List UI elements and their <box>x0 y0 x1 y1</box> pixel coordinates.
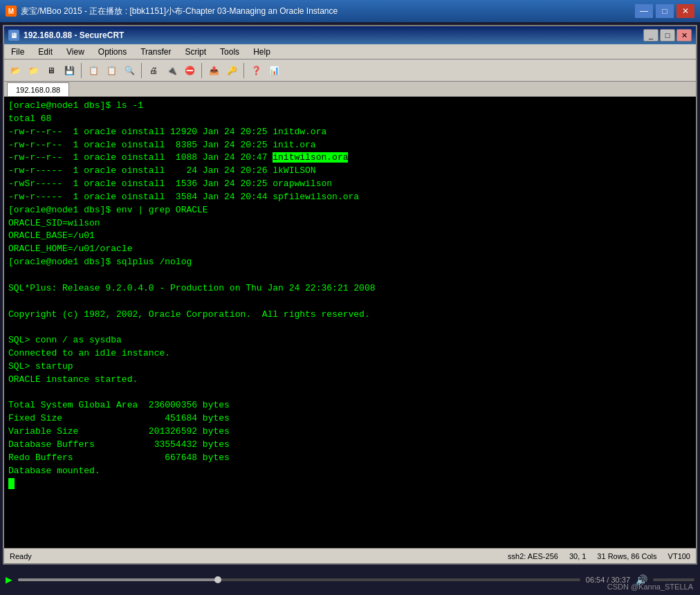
watermark: CSDN @Kanna_STELLA <box>607 583 693 591</box>
terminal-line-1: [oracle@node1 dbs]$ ls -1 <box>8 100 692 113</box>
menu-view[interactable]: View <box>62 46 89 58</box>
maximize-button[interactable]: □ <box>656 4 674 18</box>
tb-paste[interactable]: 📋 <box>103 62 120 79</box>
progress-bar[interactable] <box>18 578 580 581</box>
window-title: 麦宝/MBoo 2015 - 正在播放 : [bbk1151]小布-Chapte… <box>21 6 338 17</box>
tb-find[interactable]: 🔍 <box>121 62 138 79</box>
terminal-line-25: Fixed Size 451684 bytes <box>8 412 692 425</box>
tb-print[interactable]: 🖨 <box>145 62 162 79</box>
progress-fill <box>18 578 221 581</box>
menu-bar: File Edit View Options Transfer Script T… <box>4 44 696 60</box>
menu-options[interactable]: Options <box>94 46 131 58</box>
terminal-line-5: -rw-r--r-- 1 oracle oinstall 1088 Jan 24… <box>8 152 692 165</box>
toolbar-sep-2 <box>141 63 142 78</box>
terminal-line-6: -rw-r----- 1 oracle oinstall 24 Jan 24 2… <box>8 165 692 178</box>
securecrt-title-bar: 🖥 192.168.0.88 - SecureCRT _ □ ✕ <box>4 26 696 44</box>
tb-open[interactable]: 📁 <box>25 62 42 79</box>
menu-transfer[interactable]: Transfer <box>136 46 175 58</box>
tb-copy[interactable]: 📋 <box>85 62 102 79</box>
highlighted-filename: initwilson.ora <box>273 152 348 163</box>
terminal-line-19: SQL> conn / as sysdba <box>8 334 692 347</box>
title-bar-left: M 麦宝/MBoo 2015 - 正在播放 : [bbk1151]小布-Chap… <box>6 6 338 17</box>
toolbar-sep-4 <box>243 63 244 78</box>
status-ready: Ready <box>10 552 32 560</box>
status-bar: Ready ssh2: AES-256 30, 1 31 Rows, 86 Co… <box>4 548 696 563</box>
time-current: 06:54 <box>586 576 605 584</box>
terminal-line-16 <box>8 295 692 309</box>
tab-label: 192.168.0.88 <box>16 86 60 94</box>
menu-file[interactable]: File <box>7 46 28 58</box>
terminal-line-8: -rw-r----- 1 oracle oinstall 3584 Jan 24… <box>8 191 692 204</box>
terminal-line-23 <box>8 387 692 400</box>
terminal-line-11: ORACLE_BASE=/u01 <box>8 230 692 243</box>
terminal-area[interactable]: [oracle@node1 dbs]$ ls -1 total 68 -rw-r… <box>4 97 696 548</box>
app-icon: M <box>6 6 17 17</box>
minimize-button[interactable]: — <box>635 4 653 18</box>
volume-bar[interactable] <box>653 578 694 581</box>
terminal-line-15: SQL*Plus: Release 9.2.0.4.0 - Production… <box>8 282 692 295</box>
tb-keygen[interactable]: 🔑 <box>223 62 240 79</box>
status-ssh: ssh2: AES-256 <box>508 552 558 560</box>
tb-disconnect[interactable]: ⛔ <box>181 62 198 79</box>
tab-bar: 192.168.0.88 <box>4 82 696 97</box>
terminal-line-17: Copyright (c) 1982, 2002, Oracle Corpora… <box>8 309 692 322</box>
terminal-line-26: Variable Size 201326592 bytes <box>8 425 692 439</box>
terminal-line-12: ORACLE_HOME=/u01/oracle <box>8 243 692 256</box>
terminal-line-9: [oracle@node1 dbs]$ env | grep ORACLE <box>8 204 692 217</box>
tab-session[interactable]: 192.168.0.88 <box>7 82 69 96</box>
terminal-line-24: Total System Global Area 236000356 bytes <box>8 399 692 412</box>
terminal-line-30 <box>8 477 692 491</box>
terminal-line-3: -rw-r--r-- 1 oracle oinstall 12920 Jan 2… <box>8 126 692 139</box>
player-bar: ▶ 06:54 / 30:37 🔊 <box>0 567 700 592</box>
progress-handle[interactable] <box>214 576 221 583</box>
terminal-cursor <box>8 478 15 489</box>
terminal-line-7: -rwSr----- 1 oracle oinstall 1536 Jan 24… <box>8 178 692 191</box>
status-term: VT100 <box>668 552 690 560</box>
tb-save[interactable]: 💾 <box>61 62 77 79</box>
menu-script[interactable]: Script <box>181 46 210 58</box>
terminal-line-20: Connected to an idle instance. <box>8 347 692 360</box>
terminal-line-13: [oracle@node1 dbs]$ sqlplus /nolog <box>8 256 692 269</box>
scrt-close[interactable]: ✕ <box>676 29 692 42</box>
window-controls: — □ ✕ <box>635 4 694 18</box>
securecrt-title-left: 🖥 192.168.0.88 - SecureCRT <box>8 30 124 41</box>
play-button[interactable]: ▶ <box>6 573 12 587</box>
toolbar-sep-3 <box>201 63 202 78</box>
tb-help[interactable]: ❓ <box>248 62 264 79</box>
toolbar-sep-1 <box>81 63 82 78</box>
menu-help[interactable]: Help <box>249 46 275 58</box>
scrt-maximize[interactable]: □ <box>660 29 675 42</box>
terminal-line-27: Database Buffers 33554432 bytes <box>8 439 692 452</box>
menu-edit[interactable]: Edit <box>34 46 57 58</box>
main-title-bar: M 麦宝/MBoo 2015 - 正在播放 : [bbk1151]小布-Chap… <box>0 0 700 22</box>
status-sections: ssh2: AES-256 30, 1 31 Rows, 86 Cols VT1… <box>508 552 690 560</box>
tb-about[interactable]: 📊 <box>266 62 282 79</box>
scrt-minimize[interactable]: _ <box>643 29 658 42</box>
securecrt-window: 🖥 192.168.0.88 - SecureCRT _ □ ✕ File Ed… <box>3 25 697 565</box>
menu-tools[interactable]: Tools <box>216 46 243 58</box>
terminal-line-14 <box>8 269 692 282</box>
securecrt-title-text: 192.168.0.88 - SecureCRT <box>24 30 124 40</box>
terminal-line-2: total 68 <box>8 113 692 126</box>
securecrt-icon: 🖥 <box>8 30 19 41</box>
tb-connect[interactable]: 🔌 <box>163 62 180 79</box>
tb-session[interactable]: 🖥 <box>43 62 59 79</box>
status-dimensions: 31 Rows, 86 Cols <box>597 552 656 560</box>
terminal-line-28: Redo Buffers 667648 bytes <box>8 452 692 465</box>
terminal-line-29: Database mounted. <box>8 465 692 478</box>
terminal-line-10: ORACLE_SID=wilson <box>8 217 692 230</box>
terminal-line-4: -rw-r--r-- 1 oracle oinstall 8385 Jan 24… <box>8 139 692 152</box>
tb-new[interactable]: 📂 <box>7 62 24 79</box>
securecrt-controls: _ □ ✕ <box>643 29 692 42</box>
terminal-line-22: ORACLE instance started. <box>8 374 692 387</box>
status-position: 30, 1 <box>569 552 586 560</box>
terminal-line-21: SQL> startup <box>8 360 692 374</box>
terminal-line-18 <box>8 321 692 334</box>
bottom-text-bar: 视频下载完毕！ <box>0 592 700 595</box>
close-button[interactable]: ✕ <box>676 4 694 18</box>
toolbar: 📂 📁 🖥 💾 📋 📋 🔍 🖨 🔌 ⛔ 📤 🔑 ❓ 📊 <box>4 60 696 82</box>
tb-sftp[interactable]: 📤 <box>205 62 222 79</box>
